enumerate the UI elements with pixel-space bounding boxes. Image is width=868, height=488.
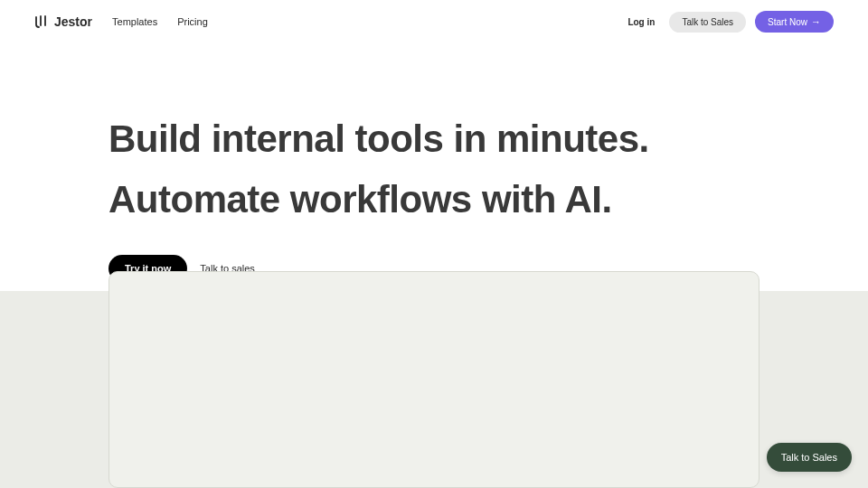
arrow-right-icon: →	[811, 16, 821, 27]
logo[interactable]: Jestor	[34, 14, 92, 29]
hero-title-line2: Automate workflows with AI.	[108, 178, 612, 221]
login-link[interactable]: Log in	[622, 12, 660, 33]
floating-talk-to-sales-button[interactable]: Talk to Sales	[767, 443, 852, 472]
logo-icon	[34, 14, 49, 29]
talk-to-sales-button[interactable]: Talk to Sales	[669, 12, 746, 33]
hero-section: Build internal tools in minutes. Automat…	[0, 43, 868, 282]
header-left: Jestor Templates Pricing	[34, 14, 208, 29]
start-now-button[interactable]: Start Now →	[755, 11, 834, 33]
hero-title-line1: Build internal tools in minutes.	[108, 117, 649, 160]
demo-preview-box	[108, 271, 760, 488]
header: Jestor Templates Pricing Log in Talk to …	[0, 0, 868, 43]
nav-templates[interactable]: Templates	[112, 16, 157, 27]
hero-title: Build internal tools in minutes. Automat…	[108, 108, 760, 230]
nav-links: Templates Pricing	[112, 16, 208, 27]
header-right: Log in Talk to Sales Start Now →	[622, 11, 834, 33]
start-now-label: Start Now	[768, 17, 807, 27]
nav-pricing[interactable]: Pricing	[177, 16, 208, 27]
logo-text: Jestor	[54, 14, 92, 29]
